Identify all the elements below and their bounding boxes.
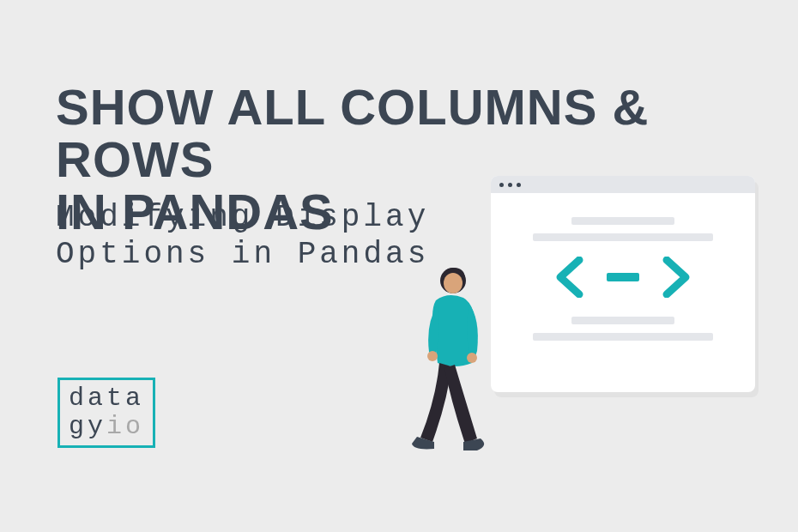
svg-point-1: [427, 351, 438, 361]
placeholder-line: [533, 233, 713, 241]
browser-window-illustration: [491, 176, 755, 392]
left-angle-bracket-icon: [555, 257, 584, 298]
subheading-line-2: Options in Pandas: [56, 236, 429, 273]
logo-text-line1: data: [69, 384, 153, 413]
person-leg-front: [444, 365, 477, 444]
datagy-logo: data gyio: [57, 378, 155, 448]
svg-point-2: [467, 353, 477, 363]
logo-gy: gy: [69, 412, 106, 441]
window-dot-icon: [508, 183, 512, 187]
slash-line-icon: [607, 273, 639, 281]
logo-text-line2: gyio: [69, 413, 153, 441]
placeholder-line: [571, 317, 674, 324]
window-dot-icon: [499, 183, 504, 187]
placeholder-line: [571, 217, 674, 225]
walking-person-illustration: [395, 262, 506, 459]
window-dot-icon: [517, 183, 521, 187]
sub-heading: Modifying Display Options in Pandas: [56, 199, 429, 273]
subheading-line-1: Modifying Display: [56, 199, 429, 236]
logo-io: io: [106, 412, 144, 441]
svg-point-0: [444, 273, 462, 293]
heading-line-1: SHOW ALL COLUMNS & ROWS: [56, 82, 798, 186]
placeholder-line: [533, 333, 713, 341]
code-brackets-icon: [527, 257, 719, 298]
browser-content: [491, 193, 755, 341]
browser-title-bar: [491, 176, 755, 193]
right-angle-bracket-icon: [662, 257, 691, 298]
